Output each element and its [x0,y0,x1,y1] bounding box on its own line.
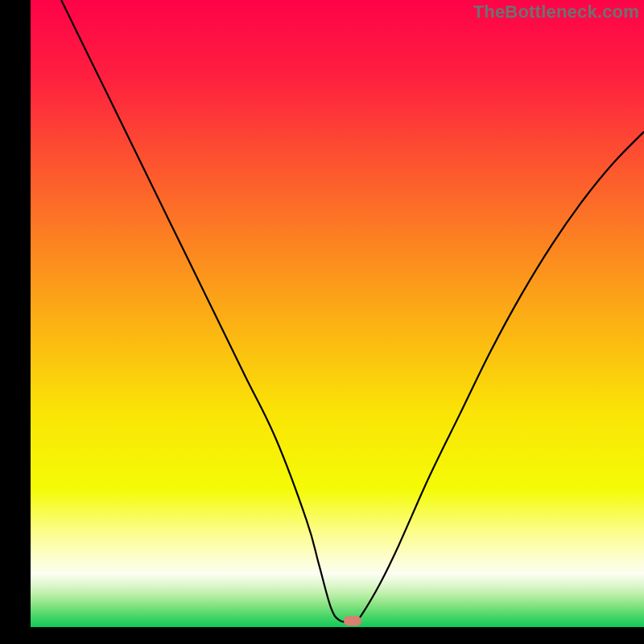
optimum-marker [344,616,361,625]
plot-area: TheBottleneck.com [31,0,644,627]
bottleneck-chart [31,0,644,627]
chart-frame: TheBottleneck.com [0,0,644,644]
gradient-background [31,0,644,627]
